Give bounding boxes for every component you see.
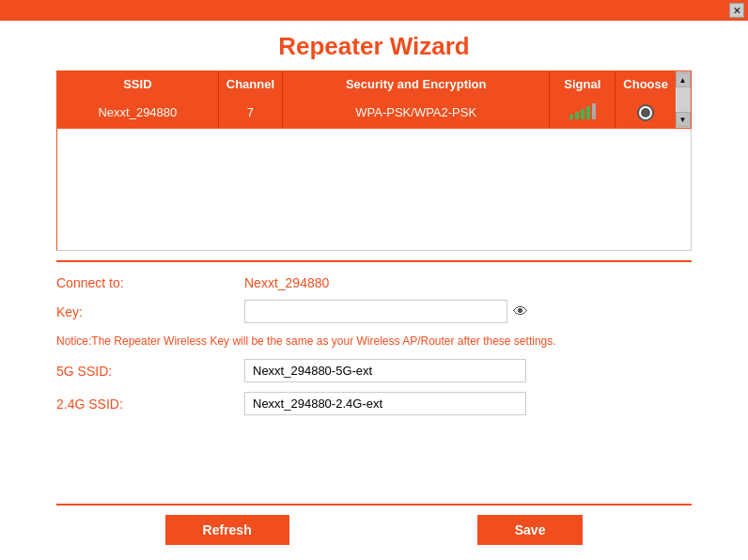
col-header-security: Security and Encryption xyxy=(283,71,550,97)
bar5 xyxy=(592,103,596,119)
key-row: Key: 👁 xyxy=(56,300,692,323)
bar2 xyxy=(575,112,579,119)
col-header-ssid: SSID xyxy=(57,71,218,97)
bar3 xyxy=(581,109,584,119)
ssid-5g-input[interactable] xyxy=(244,359,526,382)
cell-channel: 7 xyxy=(218,97,282,128)
col-header-channel: Channel xyxy=(218,71,282,97)
ssid-5g-label: 5G SSID: xyxy=(56,364,244,379)
cell-signal xyxy=(550,97,616,128)
wifi-table: SSID Channel Security and Encryption Sig… xyxy=(57,71,676,128)
cell-choose xyxy=(616,97,676,128)
table-scrollbar[interactable]: ▲ ▼ xyxy=(676,71,691,128)
scroll-down-button[interactable]: ▼ xyxy=(676,112,691,127)
choose-radio[interactable] xyxy=(637,104,654,121)
radio-inner xyxy=(641,108,650,117)
close-button[interactable]: ✕ xyxy=(729,3,744,18)
cell-security: WPA-PSK/WPA2-PSK xyxy=(283,97,550,128)
save-button[interactable]: Save xyxy=(477,515,584,545)
wifi-table-section: SSID Channel Security and Encryption Sig… xyxy=(0,70,748,251)
eye-icon[interactable]: 👁 xyxy=(513,303,528,320)
table-row: Nexxt_294880 7 WPA-PSK/WPA2-PSK xyxy=(57,97,676,128)
title-bar: ✕ xyxy=(0,0,748,21)
scroll-up-button[interactable]: ▲ xyxy=(676,72,691,87)
refresh-button[interactable]: Refresh xyxy=(165,515,289,545)
wifi-table-wrapper: SSID Channel Security and Encryption Sig… xyxy=(56,70,692,129)
top-divider xyxy=(56,260,692,262)
connect-to-value: Nexxt_294880 xyxy=(244,275,329,290)
page-title: Repeater Wizard xyxy=(0,21,748,70)
key-input[interactable] xyxy=(244,300,507,323)
signal-bars-icon xyxy=(569,102,596,119)
ssid-24g-label: 2.4G SSID: xyxy=(56,397,244,412)
button-row: Refresh Save xyxy=(0,515,748,560)
cell-ssid: Nexxt_294880 xyxy=(57,97,218,128)
col-header-signal: Signal xyxy=(550,71,616,97)
ssid-24g-row: 2.4G SSID: xyxy=(56,392,692,415)
key-label: Key: xyxy=(56,304,244,319)
main-container: Repeater Wizard SSID Channel Security an… xyxy=(0,21,748,560)
bar1 xyxy=(569,115,573,119)
col-header-choose: Choose xyxy=(616,71,676,97)
key-input-wrapper: 👁 xyxy=(244,300,528,323)
bar4 xyxy=(586,106,590,119)
scroll-track xyxy=(677,87,690,112)
connect-to-label: Connect to: xyxy=(56,275,244,290)
bottom-divider xyxy=(56,504,692,506)
ssid-5g-row: 5G SSID: xyxy=(56,359,692,382)
ssid-24g-input[interactable] xyxy=(244,392,526,415)
form-section: Connect to: Nexxt_294880 Key: 👁 Notice:T… xyxy=(0,272,748,496)
empty-table-area xyxy=(56,129,692,251)
connect-to-row: Connect to: Nexxt_294880 xyxy=(56,275,692,290)
notice-text: Notice:The Repeater Wireless Key will be… xyxy=(56,333,692,350)
